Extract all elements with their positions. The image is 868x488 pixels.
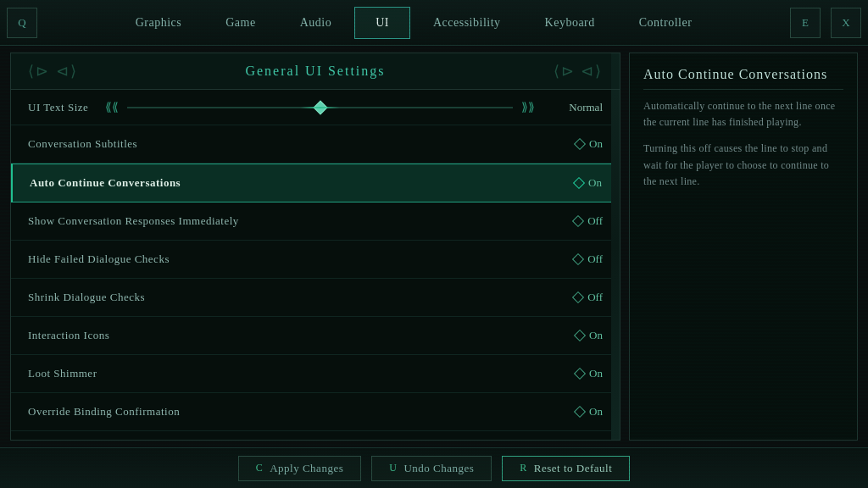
setting-row-conversation-subtitles[interactable]: Conversation Subtitles On — [11, 125, 620, 164]
setting-value-text: On — [589, 329, 603, 342]
setting-value-text: Off — [587, 252, 603, 266]
diamond-icon — [573, 177, 585, 189]
diamond-icon — [572, 253, 584, 265]
close-button[interactable]: X — [831, 8, 861, 38]
setting-value-conversation-subtitles: On — [576, 137, 603, 151]
undo-changes-button[interactable]: U Undo Changes — [371, 456, 492, 481]
info-text: Automatically continue to the next line … — [643, 98, 843, 190]
reset-label: Reset to Default — [534, 462, 612, 475]
setting-value-text: On — [588, 176, 602, 190]
tab-game[interactable]: Game — [204, 7, 276, 39]
setting-value-auto-continue-conversations: On — [575, 176, 602, 190]
slider-thumb[interactable] — [313, 100, 327, 114]
slider-value: Normal — [552, 101, 603, 114]
undo-key: U — [389, 462, 397, 474]
apply-changes-button[interactable]: C Apply Changes — [238, 456, 362, 481]
panel-header: General UI Settings — [11, 53, 620, 90]
slider-left-arrow[interactable]: ⟪⟪ — [105, 100, 119, 114]
setting-value-interaction-icons: On — [576, 329, 603, 342]
setting-label-interaction-icons: Interaction Icons — [28, 329, 109, 342]
setting-label-show-conversation-responses: Show Conversation Responses Immediately — [28, 214, 239, 228]
setting-value-hide-failed-dialogue: Off — [574, 252, 603, 266]
tab-accessibility[interactable]: Accessibility — [412, 7, 522, 39]
reset-key: R — [520, 462, 527, 474]
bottom-bar: C Apply Changes U Undo Changes R Reset t… — [0, 447, 868, 488]
tab-ui[interactable]: UI — [354, 7, 410, 39]
nav-left-key[interactable]: Q — [7, 8, 37, 38]
setting-value-show-conversation-responses: Off — [574, 214, 603, 228]
slider-ui-text-size[interactable]: ⟪⟪ ⟫⟫ — [105, 100, 535, 114]
info-paragraph: Automatically continue to the next line … — [643, 98, 843, 130]
setting-row-loot-shimmer[interactable]: Loot Shimmer On — [11, 355, 620, 393]
info-title: Auto Continue Conversations — [643, 67, 843, 90]
setting-value-text: On — [589, 405, 603, 419]
left-panel: General UI Settings UI Text Size ⟪⟪ ⟫⟫ N… — [10, 53, 620, 441]
setting-value-text: On — [589, 367, 603, 380]
apply-label: Apply Changes — [270, 462, 343, 475]
setting-value-shrink-dialogue-checks: Off — [574, 291, 603, 304]
setting-label-loot-shimmer: Loot Shimmer — [28, 367, 97, 380]
diamond-icon — [572, 291, 584, 303]
setting-value-text: Off — [587, 214, 603, 228]
setting-row-show-conversation-responses[interactable]: Show Conversation Responses Immediately … — [11, 202, 620, 241]
setting-row-interaction-icons[interactable]: Interaction Icons On — [11, 317, 620, 355]
setting-value-override-binding-confirmation: On — [576, 405, 603, 419]
setting-row-ui-text-size[interactable]: UI Text Size ⟪⟪ ⟫⟫ Normal — [11, 90, 620, 125]
setting-value-loot-shimmer: On — [576, 367, 603, 380]
setting-row-shrink-dialogue-checks[interactable]: Shrink Dialogue Checks Off — [11, 279, 620, 317]
tab-controller[interactable]: Controller — [618, 7, 714, 39]
right-panel: Auto Continue Conversations Automaticall… — [629, 53, 858, 441]
setting-value-text: Off — [587, 291, 603, 304]
undo-label: Undo Changes — [403, 462, 474, 475]
setting-value-text: On — [589, 137, 603, 151]
reset-default-button[interactable]: R Reset to Default — [502, 456, 630, 481]
nav-right-key[interactable]: E — [790, 8, 821, 38]
diamond-icon — [572, 215, 584, 227]
setting-row-override-binding-confirmation[interactable]: Override Binding Confirmation On — [11, 393, 620, 431]
main-content: General UI Settings UI Text Size ⟪⟪ ⟫⟫ N… — [0, 46, 868, 447]
diamond-icon — [574, 330, 586, 341]
nav-bar: Q GraphicsGameAudioUIAccessibilityKeyboa… — [0, 0, 868, 46]
apply-key: C — [256, 462, 264, 474]
setting-row-auto-continue-conversations[interactable]: Auto Continue Conversations On — [11, 164, 620, 202]
slider-right-arrow[interactable]: ⟫⟫ — [521, 100, 535, 114]
setting-label-ui-text-size: UI Text Size — [28, 101, 88, 114]
tab-keyboard[interactable]: Keyboard — [524, 7, 616, 39]
setting-label-hide-failed-dialogue: Hide Failed Dialogue Checks — [28, 252, 170, 266]
tabs-container: GraphicsGameAudioUIAccessibilityKeyboard… — [39, 7, 788, 39]
diamond-icon — [574, 138, 586, 150]
diamond-icon — [574, 368, 586, 380]
info-paragraph: Turning this off causes the line to stop… — [643, 141, 843, 190]
setting-label-shrink-dialogue-checks: Shrink Dialogue Checks — [28, 291, 145, 304]
slider-track[interactable] — [127, 107, 513, 108]
setting-label-override-binding-confirmation: Override Binding Confirmation — [28, 405, 180, 419]
diamond-icon — [574, 406, 586, 418]
setting-row-hide-failed-dialogue[interactable]: Hide Failed Dialogue Checks Off — [11, 241, 620, 279]
tab-graphics[interactable]: Graphics — [114, 7, 203, 39]
tab-audio[interactable]: Audio — [279, 7, 353, 39]
setting-label-auto-continue-conversations: Auto Continue Conversations — [30, 176, 181, 190]
setting-label-conversation-subtitles: Conversation Subtitles — [28, 137, 137, 151]
settings-list: UI Text Size ⟪⟪ ⟫⟫ Normal Conversation S… — [11, 90, 620, 441]
setting-row-display-identifier[interactable]: Display Identifier in Player Character S… — [11, 431, 620, 441]
